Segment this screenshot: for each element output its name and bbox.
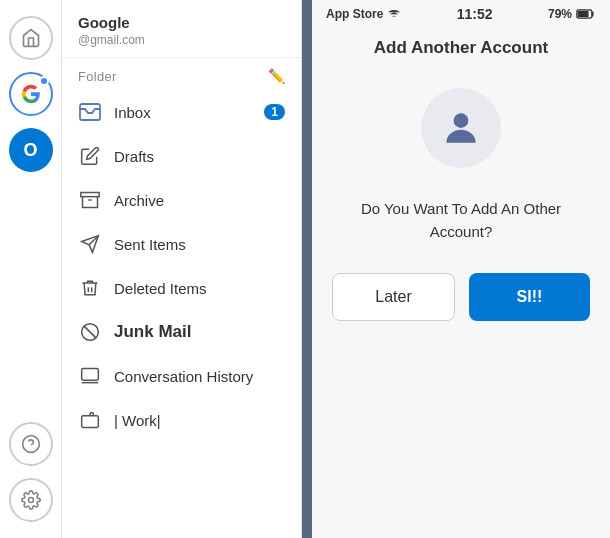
person-avatar-icon bbox=[439, 106, 483, 150]
folder-label-conversation: Conversation History bbox=[114, 368, 285, 385]
folder-label-drafts: Drafts bbox=[114, 148, 285, 165]
edit-icon[interactable]: ✏️ bbox=[268, 68, 285, 84]
sidebar-icon-home[interactable] bbox=[9, 16, 53, 60]
folder-item-sent[interactable]: Sent Items bbox=[62, 222, 301, 266]
account-header: Google @gmail.com bbox=[62, 0, 301, 58]
svg-rect-10 bbox=[82, 369, 99, 381]
svg-point-2 bbox=[28, 498, 33, 503]
folder-section-title: Folder bbox=[78, 69, 117, 84]
google-notification-dot bbox=[39, 76, 49, 86]
divider-strip bbox=[302, 0, 312, 538]
svg-line-9 bbox=[84, 326, 96, 338]
folder-item-deleted[interactable]: Deleted Items bbox=[62, 266, 301, 310]
folder-item-inbox[interactable]: Inbox 1 bbox=[62, 90, 301, 134]
folder-item-archive[interactable]: Archive bbox=[62, 178, 301, 222]
button-row: Later SI!! bbox=[332, 273, 590, 321]
status-bar-right: 79% bbox=[548, 7, 596, 21]
add-account-title: Add Another Account bbox=[374, 38, 548, 58]
sidebar-icon-help[interactable] bbox=[9, 422, 53, 466]
archive-icon bbox=[78, 188, 102, 212]
folder-label-inbox: Inbox bbox=[114, 104, 264, 121]
folder-label-junk: Junk Mail bbox=[114, 322, 285, 342]
folder-item-drafts[interactable]: Drafts bbox=[62, 134, 301, 178]
inbox-badge: 1 bbox=[264, 104, 285, 120]
status-bar: App Store 11:52 79% bbox=[312, 0, 610, 28]
sidebar-icon-settings[interactable] bbox=[9, 478, 53, 522]
conversation-icon bbox=[78, 364, 102, 388]
status-bar-left: App Store bbox=[326, 7, 401, 21]
left-sidebar: O bbox=[0, 0, 62, 538]
app-store-label: App Store bbox=[326, 7, 383, 21]
later-button[interactable]: Later bbox=[332, 273, 455, 321]
svg-rect-14 bbox=[578, 11, 589, 18]
svg-rect-4 bbox=[81, 193, 99, 197]
junk-icon bbox=[78, 320, 102, 344]
svg-rect-12 bbox=[82, 416, 99, 428]
account-email: @gmail.com bbox=[78, 33, 285, 47]
account-name: Google bbox=[78, 14, 285, 31]
sidebar-icon-google[interactable] bbox=[9, 72, 53, 116]
folder-list: Inbox 1 Drafts Archive bbox=[62, 90, 301, 538]
svg-rect-3 bbox=[80, 104, 100, 120]
sidebar-icon-outlook[interactable]: O bbox=[9, 128, 53, 172]
right-panel: App Store 11:52 79% Add Another Account … bbox=[312, 0, 610, 538]
work-icon bbox=[78, 408, 102, 432]
battery-icon bbox=[576, 8, 596, 20]
add-account-question: Do You Want To Add An Other Account? bbox=[332, 198, 590, 243]
folder-panel: Google @gmail.com Folder ✏️ Inbox 1 bbox=[62, 0, 302, 538]
add-account-content: Add Another Account Do You Want To Add A… bbox=[312, 28, 610, 538]
drafts-icon bbox=[78, 144, 102, 168]
wifi-icon bbox=[387, 7, 401, 21]
folder-item-conversation[interactable]: Conversation History bbox=[62, 354, 301, 398]
folder-label-work: | Work| bbox=[114, 412, 285, 429]
sent-icon bbox=[78, 232, 102, 256]
folder-item-work[interactable]: | Work| bbox=[62, 398, 301, 442]
battery-label: 79% bbox=[548, 7, 572, 21]
folder-header: Folder ✏️ bbox=[62, 58, 301, 90]
folder-item-junk[interactable]: Junk Mail bbox=[62, 310, 301, 354]
confirm-button[interactable]: SI!! bbox=[469, 273, 590, 321]
inbox-icon bbox=[78, 100, 102, 124]
time-display: 11:52 bbox=[457, 6, 493, 22]
avatar-circle bbox=[421, 88, 501, 168]
folder-label-archive: Archive bbox=[114, 192, 285, 209]
deleted-icon bbox=[78, 276, 102, 300]
folder-label-sent: Sent Items bbox=[114, 236, 285, 253]
folder-label-deleted: Deleted Items bbox=[114, 280, 285, 297]
svg-point-15 bbox=[454, 113, 469, 128]
